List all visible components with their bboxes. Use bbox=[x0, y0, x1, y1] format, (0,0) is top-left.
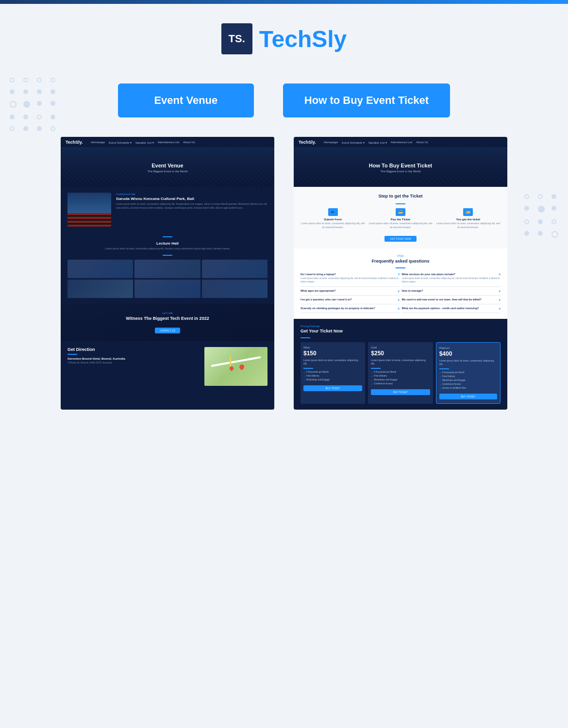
right-hero-title: How To Buy Event Ticket bbox=[369, 163, 432, 168]
right-faq-q-6: We need to add new event to our team. Ho… bbox=[402, 298, 501, 301]
logo-text: TechSly bbox=[259, 26, 347, 52]
right-step-icon-2: 💳 bbox=[396, 208, 405, 216]
right-faq-title: Frequently asked questions bbox=[301, 259, 501, 264]
right-faq-item-1: Do I need to bring a laptop? ∨ Lorem ips… bbox=[301, 272, 400, 287]
right-faq-sub: FAQs bbox=[301, 254, 501, 257]
right-faq-item-8: What are the payment options - credit ca… bbox=[402, 307, 501, 313]
left-direction-row: Get Direction Geronimo Bowral Hotel, Bow… bbox=[67, 347, 267, 386]
left-cta-section: Let's talk Witness The Biggest Tech Even… bbox=[61, 304, 274, 341]
right-gold-btn[interactable]: BUY TICKET bbox=[371, 389, 430, 395]
right-silver-f1: ✓ 5 thousands per Month bbox=[303, 371, 362, 374]
right-price-card-platinum: Platinum $400 Lorem ipsum dolor sit amet… bbox=[436, 342, 501, 404]
event-venue-button[interactable]: Event Venue bbox=[118, 83, 254, 117]
right-faq-a-1: Lorem ipsum dolor sit amet, consectetur … bbox=[301, 277, 400, 284]
right-nav-logo: TechSly. bbox=[299, 140, 316, 145]
left-map bbox=[204, 347, 267, 386]
right-steps-section: Step to get the Ticket ✏ Submit Form Lor… bbox=[294, 187, 507, 248]
how-to-buy-button[interactable]: How to Buy Event Ticket bbox=[283, 83, 450, 117]
left-grid-img-1 bbox=[67, 260, 133, 278]
right-price-tier-silver: Silver bbox=[303, 346, 362, 349]
right-nav-item-2: Event Schedule ▾ bbox=[342, 141, 365, 144]
right-platinum-f4: ✓ Conference Access bbox=[439, 383, 497, 386]
how-to-buy-preview: TechSly. Homepage Event Schedule ▾ Speak… bbox=[294, 137, 507, 410]
left-direction-section: Get Direction Geronimo Bowral Hotel, Bow… bbox=[61, 341, 274, 392]
left-grid-img-5 bbox=[134, 280, 200, 298]
right-nav-items: Homepage Event Schedule ▾ Speaker List ▾… bbox=[324, 141, 428, 144]
right-platinum-btn[interactable]: BUY TICKET bbox=[439, 394, 497, 399]
right-platinum-f3: ✓ Workshops and Engage bbox=[439, 379, 497, 382]
right-step-name-2: Pay the Ticket bbox=[368, 218, 433, 221]
right-gold-f4: ✓ Conference Access bbox=[371, 382, 430, 385]
right-faq-item-3: What ages are appropriate? ∨ bbox=[301, 289, 400, 296]
left-cta-sub: Let's talk bbox=[68, 312, 267, 314]
left-nav-item-5: About Us bbox=[183, 141, 195, 144]
right-step-desc-1: Lorem ipsum dolor sit amet, consectetur … bbox=[301, 222, 365, 229]
right-get-ticket-btn[interactable]: GET TICKET NOW bbox=[384, 236, 417, 242]
left-hero: Event Venue The Biggest Event in the Wor… bbox=[61, 148, 274, 187]
left-nav-item-2: Event Schedule ▾ bbox=[109, 141, 132, 144]
right-price-amount-silver: $150 bbox=[303, 350, 362, 357]
right-price-card-silver: Silver $150 Lorem ipsum dolor sit amet, … bbox=[301, 342, 365, 404]
right-gold-f2: ✓ Free Delivery bbox=[371, 375, 430, 378]
left-lecture-sub: Lorem ipsum dolor sit amet, consectetur … bbox=[67, 247, 267, 251]
left-divider-3 bbox=[67, 354, 77, 355]
right-faq-q-3: What ages are appropriate? ∨ bbox=[301, 289, 400, 293]
left-cta-title: Witness The Biggest Tech Event in 2022 bbox=[68, 316, 267, 321]
right-silver-f3: ✓ Workshops and Engage bbox=[303, 379, 362, 381]
previews-row: TechSly. Homepage Event Schedule ▾ Speak… bbox=[0, 137, 568, 410]
right-pricing-section: Pricing Package Get Your Ticket Now Silv… bbox=[294, 319, 507, 410]
left-mini-nav: TechSly. Homepage Event Schedule ▾ Speak… bbox=[61, 137, 274, 148]
left-lecture-section: Lecture Hall Lorem ipsum dolor sit amet,… bbox=[61, 241, 274, 304]
right-faq-q-4: How to manage? ∨ bbox=[402, 289, 501, 293]
right-hero-sub: The Biggest Event in the World bbox=[381, 170, 421, 173]
event-venue-preview: TechSly. Homepage Event Schedule ▾ Speak… bbox=[61, 137, 274, 410]
left-nav-item-1: Homepage bbox=[91, 141, 105, 144]
left-venue-image bbox=[67, 193, 111, 227]
right-price-tier-gold: Gold bbox=[371, 346, 430, 349]
left-venue-address: 7 Brown St, Bowral, NSW 2576, Australia bbox=[67, 361, 200, 365]
left-direction-title: Get Direction bbox=[67, 347, 200, 352]
right-nav-item-4: Attendances List bbox=[391, 141, 412, 144]
right-step-name-3: You get the ticket bbox=[436, 218, 501, 221]
buttons-row: Event Venue How to Buy Event Ticket bbox=[0, 83, 568, 117]
right-silver-f2: ✓ Free Delivery bbox=[303, 375, 362, 378]
right-gold-divider bbox=[371, 368, 381, 369]
left-grid-img-2 bbox=[134, 260, 200, 278]
right-nav-item-1: Homepage bbox=[324, 141, 338, 144]
right-silver-btn[interactable]: BUY TICKET bbox=[303, 385, 362, 391]
right-platinum-f5: ✓ Access to exhibition floor bbox=[439, 387, 497, 390]
right-price-amount-gold: $250 bbox=[371, 350, 430, 357]
right-step-3: 🎫 You get the ticket Lorem ipsum dolor s… bbox=[436, 208, 501, 229]
right-nav-item-5: About Us bbox=[416, 141, 428, 144]
right-gold-f3: ✓ Workshops and Engage bbox=[371, 379, 430, 381]
right-price-card-gold: Gold $250 Lorem ipsum dolor sit amet, co… bbox=[368, 342, 433, 404]
right-price-desc-silver: Lorem ipsum dolor sit amet, consectetur … bbox=[303, 359, 362, 366]
right-platinum-divider bbox=[439, 368, 449, 369]
left-cta-button[interactable]: CONTACT US bbox=[155, 328, 180, 333]
right-step-icon-3: 🎫 bbox=[463, 208, 473, 216]
left-venue-desc: Lorem ipsum dolor sit amet, consectetur … bbox=[116, 202, 267, 210]
right-pricing-sub: Pricing Package bbox=[301, 325, 501, 328]
left-nav-items: Homepage Event Schedule ▾ Speaker List ▾… bbox=[91, 141, 195, 144]
right-faq-item-2: What services do your rate plans include… bbox=[402, 272, 501, 287]
right-price-tier-platinum: Platinum bbox=[439, 347, 497, 349]
left-divider-1 bbox=[163, 236, 172, 237]
right-silver-divider bbox=[303, 368, 313, 369]
right-faq-item-6: We need to add new event to our team. Ho… bbox=[402, 298, 501, 304]
left-venue-tag: Conference Hall bbox=[116, 193, 267, 196]
top-bar bbox=[0, 0, 568, 4]
right-hero: How To Buy Event Ticket The Biggest Even… bbox=[294, 148, 507, 187]
right-faq-divider bbox=[396, 267, 405, 268]
left-image-grid bbox=[67, 260, 267, 298]
right-steps-row: ✏ Submit Form Lorem ipsum dolor sit amet… bbox=[301, 208, 501, 229]
right-pricing-cards: Silver $150 Lorem ipsum dolor sit amet, … bbox=[301, 342, 501, 404]
right-mini-nav: TechSly. Homepage Event Schedule ▾ Speak… bbox=[294, 137, 507, 148]
right-step-desc-2: Lorem ipsum dolor sit amet, consectetur … bbox=[368, 222, 433, 229]
right-price-amount-platinum: $400 bbox=[439, 350, 497, 357]
right-platinum-f1: ✓ 6 thousands per Month bbox=[439, 371, 497, 374]
logo-box: TS. bbox=[221, 23, 252, 54]
right-step-2: 💳 Pay the Ticket Lorem ipsum dolor sit a… bbox=[368, 208, 433, 229]
right-gold-f1: ✓ 6 thousands per Month bbox=[371, 371, 430, 374]
right-platinum-f2: ✓ Free Delivery bbox=[439, 375, 497, 378]
right-faq-q-5: I've got a question, who can I send it t… bbox=[301, 298, 400, 301]
